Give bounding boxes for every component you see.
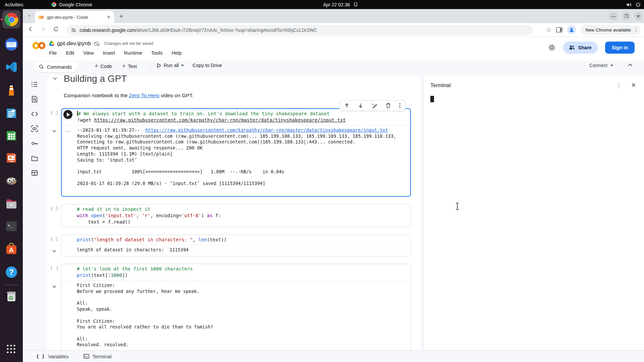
ubuntu-dock: >_A?♻ <box>0 9 23 362</box>
window-restore-button[interactable]: ❐ <box>622 12 631 20</box>
activities-button[interactable]: Activities <box>5 2 23 7</box>
output-collapse-chevron-icon[interactable] <box>52 250 56 252</box>
connect-button[interactable]: Connect <box>589 63 613 68</box>
svg-text:>_: >_ <box>8 223 13 228</box>
share-button[interactable]: Share <box>563 42 597 54</box>
browser-tab[interactable]: gpt-dev.ipynb - Colab ✕ <box>35 11 114 23</box>
update-chrome-label: New Chrome available <box>585 27 631 33</box>
sidebar-code-snippets-icon[interactable] <box>31 110 39 118</box>
focused-app-indicator[interactable]: Google Chrome <box>51 2 92 7</box>
window-close-button[interactable]: ✕ <box>634 12 643 20</box>
cell-delete-icon[interactable] <box>386 103 391 108</box>
first1000-cell[interactable]: [ ]# let's look at the first 1000 charac… <box>61 264 411 350</box>
side-panel-icon[interactable] <box>556 27 562 33</box>
variables-tab[interactable]: { } Variables <box>36 354 69 359</box>
menu-file[interactable]: File <box>49 50 57 56</box>
tab-search-chevron-icon[interactable]: ⌄ <box>28 12 31 17</box>
dock-thunderbird-icon[interactable] <box>4 37 19 52</box>
colab-sidebar <box>23 73 47 350</box>
menu-view[interactable]: View <box>83 50 94 56</box>
run-cell-button[interactable] <box>63 110 72 119</box>
dock-software-icon[interactable]: A <box>4 242 19 256</box>
cell-more-icon[interactable] <box>399 103 400 108</box>
output-collapse-chevron-icon[interactable] <box>52 285 56 288</box>
terminal-block-cursor[interactable] <box>430 96 434 102</box>
notebook-filename[interactable]: gpt-dev.ipynb <box>57 40 91 47</box>
window-minimize-button[interactable]: — <box>609 12 618 20</box>
menu-edit[interactable]: Edit <box>66 50 74 56</box>
terminal-menu-kebab-icon[interactable]: ⋮ <box>616 82 622 89</box>
system-top-bar: Activities Google Chrome Apr 22 02:36 <box>0 0 644 9</box>
cell-move-up-icon[interactable] <box>344 103 350 108</box>
run-all-button[interactable]: Run all <box>157 63 184 68</box>
volume-icon[interactable] <box>626 2 632 7</box>
menu-runtime[interactable]: Runtime <box>124 50 142 56</box>
update-chrome-button[interactable]: New Chrome available ⋮ <box>581 25 641 35</box>
cell-move-down-icon[interactable] <box>358 103 363 108</box>
wget-cell[interactable]: [ ]⋯# We always start with a dataset to … <box>61 108 411 197</box>
back-icon[interactable] <box>28 26 34 32</box>
menu-insert[interactable]: Insert <box>103 50 115 56</box>
sidebar-toc-icon[interactable] <box>31 81 39 89</box>
code-editor[interactable]: # read it in to inspect itwith open('inp… <box>61 204 411 227</box>
copy-to-drive-button[interactable]: Copy to Drive <box>193 63 222 68</box>
settings-gear-icon[interactable] <box>548 44 555 51</box>
bookmark-star-icon[interactable]: ☆ <box>546 26 551 34</box>
dock-vscode-icon[interactable] <box>4 60 19 74</box>
section-collapse-chevron-icon[interactable] <box>53 77 57 80</box>
site-settings-icon[interactable] <box>71 28 76 33</box>
add-code-button[interactable]: +Code <box>95 63 112 70</box>
dock-gimp-icon[interactable] <box>4 172 19 187</box>
share-label: Share <box>578 45 591 50</box>
tab-close-icon[interactable]: ✕ <box>107 14 111 20</box>
length-cell[interactable]: [ ]print("length of dataset in character… <box>61 235 411 257</box>
output-collapse-chevron-icon[interactable] <box>52 130 56 132</box>
notification-bell-icon <box>353 2 358 7</box>
sidebar-gemini-scan-icon[interactable] <box>31 125 39 133</box>
dock-terminal-icon[interactable]: >_ <box>4 219 19 234</box>
dock-vlc-icon[interactable] <box>4 83 19 98</box>
dock-lo-impress-icon[interactable] <box>4 150 19 165</box>
dock-show-apps-icon[interactable] <box>4 342 19 357</box>
sign-in-button[interactable]: Sign in <box>605 42 635 54</box>
sidebar-data-table-icon[interactable] <box>31 169 39 177</box>
sidebar-secrets-icon[interactable] <box>31 140 39 148</box>
read-cell[interactable]: [ ]# read it in to inspect itwith open('… <box>61 204 411 227</box>
sidebar-find-icon[interactable] <box>31 96 39 104</box>
browser-menu-kebab-icon[interactable]: ⋮ <box>634 27 639 33</box>
output-options-ellipsis[interactable]: ⋯ <box>66 128 71 134</box>
url-input[interactable]: colab.research.google.com/drive/1JMLa53H… <box>66 25 533 35</box>
sidebar-files-icon[interactable] <box>31 155 39 163</box>
chrome-icon <box>51 2 56 7</box>
terminal-tab[interactable]: Terminal <box>84 354 112 359</box>
dock-chrome-icon[interactable] <box>4 12 19 27</box>
terminal-close-icon[interactable]: ✕ <box>631 82 636 89</box>
code-editor[interactable]: # let's look at the first 1000 character… <box>61 264 411 280</box>
dock-help-icon[interactable]: ? <box>4 265 19 280</box>
forward-icon[interactable] <box>40 26 46 32</box>
dock-running-indicator <box>1 18 3 20</box>
add-text-button[interactable]: +Text <box>122 63 137 70</box>
clock[interactable]: Apr 22 02:36 <box>323 2 350 7</box>
cell-edit-icon[interactable] <box>372 103 377 109</box>
dock-lo-writer-icon[interactable] <box>4 106 19 121</box>
new-tab-button[interactable]: + <box>119 13 123 20</box>
run-all-dropdown-icon[interactable] <box>181 65 184 66</box>
menu-help[interactable]: Help <box>172 50 182 56</box>
dock-lo-calc-icon[interactable] <box>4 128 19 143</box>
reload-icon[interactable] <box>53 26 59 32</box>
collapse-header-chevron-icon[interactable] <box>628 63 633 66</box>
code-editor[interactable]: print("length of dataset in characters: … <box>61 235 411 245</box>
dock-trash-icon[interactable]: ♻ <box>4 289 19 304</box>
cells-container: [ ]⋯# We always start with a dataset to … <box>61 108 411 350</box>
profile-avatar[interactable] <box>567 25 576 34</box>
power-icon[interactable] <box>636 2 641 7</box>
dock-files-icon[interactable] <box>4 196 19 211</box>
zero-to-hero-link[interactable]: Zero To Hero <box>129 93 159 98</box>
save-status-text: Changes will not be saved <box>104 41 153 46</box>
commands-button[interactable]: Commands <box>34 62 77 72</box>
code-editor[interactable]: # We always start with a dataset to trai… <box>62 109 410 125</box>
search-icon <box>39 64 44 69</box>
svg-text:♻: ♻ <box>8 295 13 301</box>
menu-tools[interactable]: Tools <box>151 50 163 56</box>
